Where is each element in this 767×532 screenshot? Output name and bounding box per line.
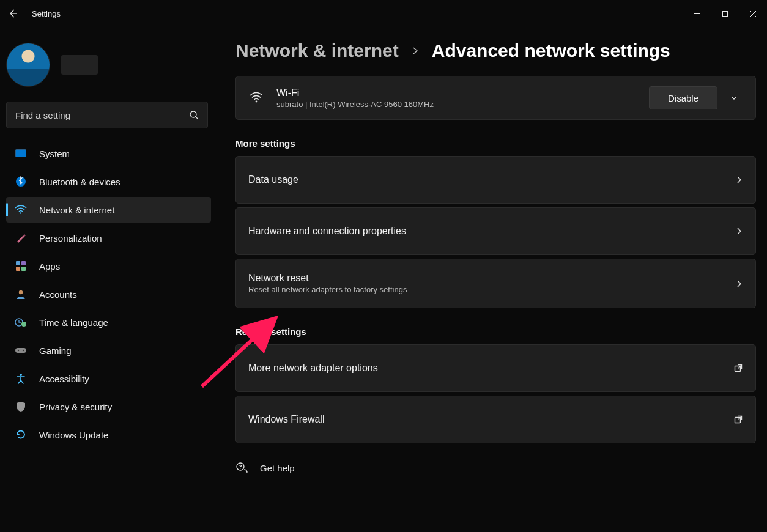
display-icon bbox=[15, 147, 27, 160]
row-data-usage[interactable]: Data usage bbox=[235, 156, 756, 204]
row-title: Hardware and connection properties bbox=[248, 226, 406, 237]
row-subtitle: Reset all network adapters to factory se… bbox=[248, 285, 407, 294]
sidebar-item-network[interactable]: Network & internet bbox=[6, 197, 211, 223]
shield-icon bbox=[15, 401, 27, 413]
sidebar-item-windows-update[interactable]: Windows Update bbox=[6, 422, 211, 448]
sidebar: System Bluetooth & devices Network & int… bbox=[0, 27, 217, 532]
svg-point-16 bbox=[256, 101, 258, 103]
breadcrumb: Network & internet Advanced network sett… bbox=[235, 40, 756, 61]
adapter-texts: Wi-Fi subrato | Intel(R) Wireless-AC 956… bbox=[276, 87, 434, 109]
svg-rect-5 bbox=[16, 261, 20, 265]
sidebar-item-label: Bluetooth & devices bbox=[39, 177, 120, 187]
svg-point-4 bbox=[20, 212, 21, 213]
row-more-adapter-options[interactable]: More network adapter options bbox=[235, 344, 756, 392]
arrow-left-icon bbox=[9, 9, 18, 18]
svg-point-9 bbox=[19, 290, 23, 294]
avatar bbox=[6, 43, 50, 87]
back-button[interactable] bbox=[0, 0, 27, 27]
svg-rect-0 bbox=[722, 11, 727, 16]
svg-point-14 bbox=[23, 350, 24, 351]
search-icon bbox=[189, 110, 199, 120]
minimize-icon bbox=[694, 10, 700, 17]
adapter-actions: Disable bbox=[649, 86, 744, 109]
paint-icon bbox=[15, 232, 27, 244]
row-title: More network adapter options bbox=[248, 363, 378, 374]
close-button[interactable] bbox=[739, 4, 767, 23]
sidebar-item-accounts[interactable]: Accounts bbox=[6, 281, 211, 307]
sidebar-item-personalization[interactable]: Personalization bbox=[6, 225, 211, 251]
maximize-icon bbox=[722, 10, 728, 17]
svg-rect-8 bbox=[21, 267, 26, 271]
get-help-link[interactable]: Get help bbox=[235, 462, 756, 474]
person-icon bbox=[15, 288, 27, 300]
chevron-right-icon bbox=[735, 175, 743, 184]
titlebar: Settings bbox=[0, 0, 767, 27]
sidebar-item-label: Accounts bbox=[39, 289, 77, 300]
sidebar-item-label: Accessibility bbox=[39, 374, 89, 384]
row-title: Network reset bbox=[248, 273, 407, 284]
nav: System Bluetooth & devices Network & int… bbox=[6, 141, 211, 448]
sidebar-item-accessibility[interactable]: Accessibility bbox=[6, 366, 211, 391]
accessibility-icon bbox=[15, 372, 27, 385]
help-chat-icon bbox=[235, 462, 249, 474]
chevron-down-icon bbox=[730, 94, 738, 102]
chevron-right-icon bbox=[411, 46, 420, 55]
svg-point-1 bbox=[190, 111, 196, 117]
search-input[interactable] bbox=[15, 110, 189, 120]
close-icon bbox=[750, 10, 757, 17]
sidebar-item-label: Network & internet bbox=[39, 205, 114, 215]
expand-button[interactable] bbox=[724, 87, 744, 108]
window-controls bbox=[683, 4, 767, 23]
search-underline bbox=[10, 127, 204, 127]
update-icon bbox=[15, 429, 27, 441]
chevron-right-icon bbox=[735, 279, 743, 288]
sidebar-item-gaming[interactable]: Gaming bbox=[6, 338, 211, 363]
disable-button[interactable]: Disable bbox=[649, 86, 717, 109]
svg-point-20 bbox=[240, 468, 240, 468]
page-title: Advanced network settings bbox=[432, 40, 670, 61]
breadcrumb-parent[interactable]: Network & internet bbox=[235, 40, 399, 61]
svg-point-15 bbox=[20, 374, 22, 376]
row-network-reset[interactable]: Network reset Reset all network adapters… bbox=[235, 259, 756, 308]
sidebar-item-label: System bbox=[39, 149, 70, 159]
minimize-button[interactable] bbox=[683, 4, 711, 23]
row-hardware-properties[interactable]: Hardware and connection properties bbox=[235, 207, 756, 255]
content: Network & internet Advanced network sett… bbox=[217, 27, 767, 532]
open-external-icon bbox=[733, 363, 743, 373]
search-box[interactable] bbox=[6, 102, 208, 128]
more-settings-header: More settings bbox=[235, 138, 756, 149]
sidebar-item-bluetooth[interactable]: Bluetooth & devices bbox=[6, 169, 211, 194]
wifi-icon bbox=[15, 204, 27, 216]
clock-globe-icon bbox=[15, 316, 27, 328]
row-windows-firewall[interactable]: Windows Firewall bbox=[235, 396, 756, 443]
get-help-label: Get help bbox=[260, 463, 295, 473]
row-title: Data usage bbox=[248, 174, 298, 185]
apps-icon bbox=[15, 260, 27, 272]
svg-rect-2 bbox=[16, 150, 26, 157]
adapter-wifi-card[interactable]: Wi-Fi subrato | Intel(R) Wireless-AC 956… bbox=[235, 76, 756, 120]
sidebar-item-label: Time & language bbox=[39, 317, 108, 328]
sidebar-item-label: Personalization bbox=[39, 233, 102, 243]
wifi-icon bbox=[247, 92, 265, 104]
svg-point-11 bbox=[21, 322, 26, 327]
chevron-right-icon bbox=[735, 227, 743, 235]
app-title: Settings bbox=[32, 9, 61, 18]
svg-rect-7 bbox=[16, 267, 20, 271]
adapter-title: Wi-Fi bbox=[276, 87, 434, 98]
sidebar-item-label: Windows Update bbox=[39, 430, 108, 440]
svg-rect-6 bbox=[21, 261, 26, 265]
sidebar-item-privacy[interactable]: Privacy & security bbox=[6, 394, 211, 419]
profile-name-placeholder bbox=[61, 55, 98, 75]
sidebar-item-label: Apps bbox=[39, 261, 60, 272]
sidebar-item-system[interactable]: System bbox=[6, 141, 211, 166]
svg-rect-12 bbox=[15, 348, 26, 353]
open-external-icon bbox=[733, 415, 743, 424]
sidebar-item-label: Privacy & security bbox=[39, 402, 112, 412]
bluetooth-icon bbox=[15, 175, 27, 188]
gamepad-icon bbox=[15, 344, 27, 357]
sidebar-item-apps[interactable]: Apps bbox=[6, 253, 211, 279]
profile[interactable] bbox=[6, 39, 211, 98]
maximize-button[interactable] bbox=[711, 4, 739, 23]
svg-point-13 bbox=[18, 350, 19, 351]
sidebar-item-time-language[interactable]: Time & language bbox=[6, 309, 211, 335]
